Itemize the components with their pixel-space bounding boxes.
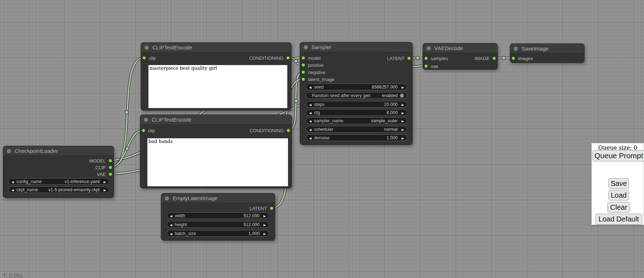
- increment-arrow-icon[interactable]: [402, 135, 404, 140]
- collapse-dot-icon[interactable]: [7, 149, 11, 153]
- collapse-dot-icon[interactable]: [426, 46, 431, 50]
- toggle-icon[interactable]: [400, 93, 404, 98]
- save-button[interactable]: Save: [608, 178, 629, 189]
- widget-label: batch_size: [175, 231, 196, 236]
- node-title-label: VAEDecode: [434, 45, 463, 51]
- input-label: clip: [149, 55, 156, 61]
- load-default-button[interactable]: Load Default: [595, 214, 642, 225]
- increment-arrow-icon[interactable]: [402, 127, 404, 132]
- node-clip-text-encode-positive[interactable]: CLIPTextEncode clip CONDITIONING masterp…: [141, 42, 292, 111]
- negative-prompt-textarea[interactable]: bad hands: [147, 138, 288, 186]
- port-latent-image-input[interactable]: [302, 77, 305, 81]
- collapse-dot-icon[interactable]: [304, 45, 308, 49]
- node-title[interactable]: CLIPTextEncode: [141, 43, 291, 53]
- node-title[interactable]: CLIPTextEncode: [140, 115, 292, 125]
- port-positive-input[interactable]: [302, 63, 305, 67]
- widget-value: 512.000: [244, 213, 260, 218]
- node-empty-latent-image[interactable]: EmptyLatentImage LATENT width 512.000 he…: [161, 193, 275, 241]
- decrement-arrow-icon[interactable]: [309, 118, 311, 123]
- decrement-arrow-icon[interactable]: [309, 135, 311, 140]
- node-clip-text-encode-negative[interactable]: CLIPTextEncode clip CONDITIONING bad han…: [140, 114, 292, 188]
- port-model-output[interactable]: [109, 159, 112, 162]
- decrement-arrow-icon[interactable]: [309, 85, 311, 90]
- decrement-arrow-icon[interactable]: [170, 222, 172, 227]
- increment-arrow-icon[interactable]: [263, 213, 266, 218]
- increment-arrow-icon[interactable]: [104, 187, 106, 192]
- decrement-arrow-icon[interactable]: [309, 110, 311, 115]
- port-latent-output[interactable]: [270, 207, 273, 210]
- port-clip-input[interactable]: [142, 129, 145, 132]
- port-samples-input[interactable]: [424, 57, 428, 60]
- widget-height[interactable]: height 512.000: [167, 221, 269, 228]
- input-label: model: [308, 55, 320, 61]
- decrement-arrow-icon[interactable]: [309, 102, 311, 107]
- collapse-dot-icon[interactable]: [145, 46, 149, 50]
- port-model-input[interactable]: [302, 56, 305, 60]
- decrement-arrow-icon[interactable]: [11, 187, 14, 192]
- node-sampler[interactable]: Sampler model positive negative latent_i…: [300, 42, 413, 145]
- widget-steps[interactable]: steps 20.000: [306, 101, 407, 108]
- collapse-dot-icon[interactable]: [144, 118, 148, 122]
- input-label: samples: [431, 56, 448, 61]
- port-clip-input[interactable]: [142, 56, 146, 60]
- widget-random-seed-toggle[interactable]: Random seed after every gen enabled: [306, 92, 407, 99]
- positive-prompt-textarea[interactable]: masterpiece best quality girl: [148, 65, 287, 108]
- node-vae-decode[interactable]: VAEDecode samples IMAGE vae: [423, 43, 498, 70]
- increment-arrow-icon[interactable]: [402, 118, 404, 123]
- widget-batch-size[interactable]: batch_size 1.000: [167, 230, 269, 237]
- decrement-arrow-icon[interactable]: [170, 231, 172, 236]
- collapse-dot-icon[interactable]: [514, 47, 518, 51]
- node-save-image[interactable]: SaveImage images: [510, 43, 585, 63]
- widget-config-name[interactable]: config_name v1-inference.yaml: [8, 178, 109, 185]
- clear-button[interactable]: Clear: [607, 202, 630, 213]
- port-clip-output[interactable]: [109, 166, 112, 169]
- widget-value: v1-inference.yaml: [64, 179, 100, 184]
- widget-ckpt-name[interactable]: ckpt_name v1-5-pruned-emaonly.ckpt: [8, 186, 109, 193]
- port-latent-output[interactable]: [407, 57, 411, 60]
- widget-denoise[interactable]: denoise 1.000: [306, 134, 407, 141]
- widget-label: Random seed after every gen: [312, 93, 371, 98]
- widget-value: v1-5-pruned-emaonly.ckpt: [48, 187, 100, 192]
- increment-arrow-icon[interactable]: [402, 102, 404, 107]
- widget-label: config_name: [16, 179, 42, 184]
- link-midpoint-dot: [294, 99, 298, 103]
- collapse-dot-icon[interactable]: [165, 196, 169, 201]
- port-vae-input[interactable]: [424, 64, 428, 68]
- widget-label: height: [175, 222, 187, 227]
- node-title-label: CLIPTextEncode: [152, 44, 192, 50]
- node-title[interactable]: EmptyLatentImage: [161, 193, 275, 203]
- increment-arrow-icon[interactable]: [402, 110, 404, 115]
- widget-seed[interactable]: seed 8566257.000: [306, 84, 407, 90]
- increment-arrow-icon[interactable]: [402, 85, 404, 90]
- widget-label: steps: [314, 102, 325, 107]
- decrement-arrow-icon[interactable]: [309, 127, 311, 132]
- widget-scheduler[interactable]: scheduler normal: [306, 126, 407, 133]
- node-checkpoint-loader[interactable]: CheckpointLoader MODEL CLIP VAE config_n…: [3, 146, 114, 198]
- queue-prompt-button[interactable]: Queue Prompt: [592, 150, 644, 161]
- widget-cfg[interactable]: cfg 8.000: [306, 109, 407, 116]
- load-button[interactable]: Load: [608, 190, 629, 201]
- increment-arrow-icon[interactable]: [263, 231, 266, 236]
- node-title[interactable]: VAEDecode: [423, 43, 497, 53]
- widget-label: ckpt_name: [16, 187, 38, 192]
- port-images-input[interactable]: [512, 57, 515, 60]
- decrement-arrow-icon[interactable]: [170, 213, 172, 218]
- node-title-label: SaveImage: [522, 46, 549, 52]
- node-graph-canvas[interactable]: CheckpointLoader MODEL CLIP VAE config_n…: [0, 0, 644, 278]
- port-conditioning-output[interactable]: [287, 129, 290, 132]
- widget-width[interactable]: width 512.000: [167, 212, 269, 219]
- port-conditioning-output[interactable]: [286, 56, 290, 60]
- node-title[interactable]: SaveImage: [510, 44, 584, 53]
- link-midpoint-dot: [502, 56, 506, 60]
- node-title[interactable]: CheckpointLoader: [3, 146, 114, 156]
- output-label: VAE: [97, 172, 106, 177]
- port-vae-output[interactable]: [109, 172, 112, 176]
- output-label: IMAGE: [475, 56, 489, 61]
- port-image-output[interactable]: [492, 57, 496, 60]
- decrement-arrow-icon[interactable]: [11, 179, 14, 184]
- port-negative-input[interactable]: [302, 70, 305, 74]
- increment-arrow-icon[interactable]: [104, 179, 106, 184]
- widget-sampler-name[interactable]: sampler_name sample_euler: [306, 117, 407, 124]
- increment-arrow-icon[interactable]: [263, 222, 266, 227]
- node-title[interactable]: Sampler: [300, 42, 412, 52]
